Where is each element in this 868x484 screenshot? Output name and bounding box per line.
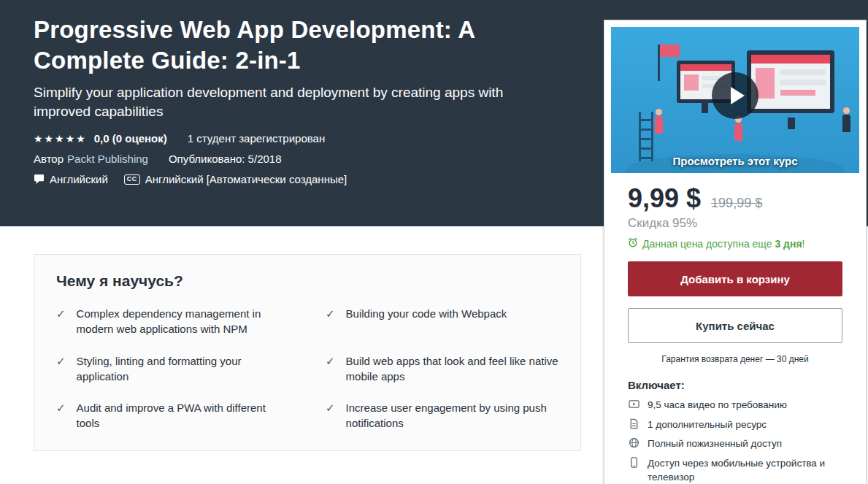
play-icon [731, 87, 745, 104]
author-link[interactable]: Packt Publishing [67, 153, 148, 165]
buy-now-button[interactable]: Купить сейчас [628, 308, 842, 343]
learn-item: ✓ Building your code with Webpack [326, 306, 558, 337]
checkmark-icon: ✓ [56, 353, 66, 369]
audio-language: Английский [50, 173, 108, 185]
learn-item: ✓ Build web apps that look and feel like… [326, 353, 558, 385]
purchase-card: Просмотреть этот курс 9,99 $ 199,99 $ Ск… [604, 20, 867, 484]
course-includes: Включает: 9,5 часа видео по требованию 1… [628, 379, 842, 484]
video-icon [628, 399, 640, 410]
include-item-text: Доступ через мобильные устройства и теле… [648, 456, 842, 484]
money-back-guarantee: Гарантия возврата денег — 30 дней [628, 354, 842, 364]
discount-label: Скидка 95% [628, 216, 842, 231]
what-you-learn-box: Чему я научусь? ✓ Complex dependency man… [34, 254, 581, 451]
include-item: 9,5 часа видео по требованию [628, 398, 842, 412]
add-to-cart-button[interactable]: Добавить в корзину [628, 261, 842, 296]
thumbnail-person-figure [734, 116, 742, 141]
include-item: 1 дополнительный ресурс [628, 418, 842, 432]
course-preview-thumbnail[interactable]: Просмотреть этот курс [611, 27, 859, 173]
thumbnail-large-monitor-stand [788, 118, 795, 129]
star-rating-icon: ★★★★★ [34, 133, 87, 145]
learn-item-text: Styling, linting and formatting your app… [77, 353, 289, 385]
mobile-icon [628, 457, 640, 468]
thumbnail-large-monitor [747, 50, 834, 113]
checkmark-icon: ✓ [56, 306, 66, 321]
include-item: Доступ через мобильные устройства и теле… [628, 456, 842, 484]
checkmark-icon: ✓ [326, 400, 335, 415]
author-label: Автор [34, 153, 64, 165]
thumbnail-small-monitor-stand [702, 103, 708, 113]
deadline-text: Данная цена доступна еще 3 дня! [642, 238, 804, 250]
what-you-learn-title: Чему я научусь? [56, 272, 558, 290]
course-title: Progressive Web App Development: A Compl… [34, 15, 548, 75]
learn-items-grid: ✓ Complex dependency management in moder… [56, 306, 558, 431]
include-item-text: 9,5 часа видео по требованию [648, 398, 787, 412]
closed-captions-icon: CC [124, 174, 140, 185]
alarm-clock-icon [628, 237, 638, 250]
checkmark-icon: ✓ [56, 400, 66, 415]
learn-item-text: Complex dependency management in modern … [77, 306, 289, 337]
current-price: 9,99 $ [628, 183, 701, 214]
preview-course-label: Просмотреть этот курс [611, 155, 859, 167]
thumbnail-person-figure [842, 107, 850, 132]
includes-title: Включает: [628, 379, 842, 391]
learn-item: ✓ Increase user engagement by using push… [326, 400, 558, 431]
checkmark-icon: ✓ [326, 353, 335, 369]
learn-item: ✓ Complex dependency management in moder… [56, 306, 289, 337]
learn-item-text: Build web apps that look and feel like n… [346, 353, 558, 385]
include-item-text: Полный пожизненный доступ [648, 437, 782, 451]
include-item-text: 1 дополнительный ресурс [648, 418, 767, 432]
price-row: 9,99 $ 199,99 $ [628, 183, 842, 214]
learn-item-text: Building your code with Webpack [346, 306, 507, 321]
play-button[interactable] [712, 72, 758, 119]
file-icon [628, 418, 640, 429]
students-count: 1 студент зарегистрирован [188, 132, 325, 145]
include-item: Полный пожизненный доступ [628, 437, 842, 451]
captions-language: Английский [Автоматически созданные] [145, 173, 347, 185]
learn-item-text: Increase user engagement by using push n… [346, 400, 558, 431]
learn-item-text: Audit and improve a PWA with different t… [77, 400, 289, 431]
course-subtitle: Simplify your application development an… [34, 83, 556, 120]
thumbnail-ladder-shape [639, 112, 653, 161]
learn-item: ✓ Audit and improve a PWA with different… [56, 400, 289, 431]
published-date: Опубликовано: 5/2018 [169, 153, 282, 165]
checkmark-icon: ✓ [326, 306, 335, 321]
speech-bubble-icon [34, 174, 45, 185]
lifetime-access-icon [628, 437, 640, 448]
price-deadline: Данная цена доступна еще 3 дня! [628, 237, 842, 250]
main-content: Чему я научусь? ✓ Complex dependency man… [0, 226, 604, 484]
thumbnail-person-figure [655, 109, 663, 134]
thumbnail-flag-shape [660, 45, 680, 57]
deadline-days: 3 дня [775, 238, 802, 250]
original-price: 199,99 $ [711, 196, 762, 211]
learn-item: ✓ Styling, linting and formatting your a… [56, 353, 289, 385]
rating-value: 0,0 (0 оценок) [94, 132, 167, 145]
purchase-card-body: 9,99 $ 199,99 $ Скидка 95% Данная цена д… [604, 183, 866, 484]
